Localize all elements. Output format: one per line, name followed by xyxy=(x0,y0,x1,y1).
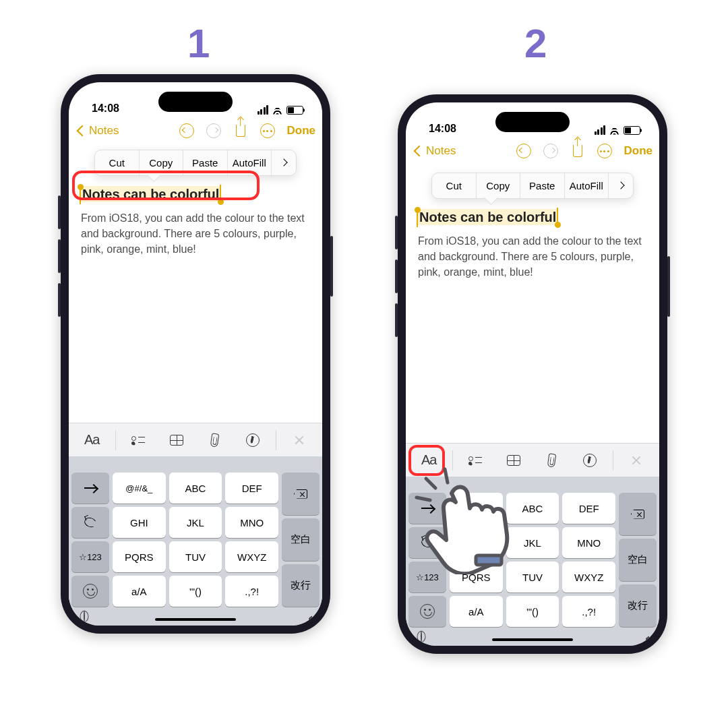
format-checklist-button[interactable] xyxy=(123,428,153,452)
key-r1c2[interactable]: ABC xyxy=(169,473,222,504)
format-text-button[interactable]: Aa xyxy=(77,428,107,452)
format-text-button[interactable]: Aa xyxy=(414,448,444,473)
note-content[interactable]: Notes can be colorful From iOS18, you ca… xyxy=(69,176,322,423)
format-attach-button[interactable] xyxy=(200,428,229,452)
menu-autofill[interactable]: AutoFill xyxy=(565,173,609,198)
key-backspace[interactable] xyxy=(282,473,320,515)
key-r3c2[interactable]: TUV xyxy=(506,562,559,593)
key-r4c1[interactable]: a/A xyxy=(113,576,166,607)
key-r1c2[interactable]: ABC xyxy=(506,493,559,524)
key-r1c3[interactable]: DEF xyxy=(225,473,278,504)
format-checklist-button[interactable] xyxy=(460,448,490,473)
key-r2c2[interactable]: JKL xyxy=(169,507,222,538)
key-return[interactable]: 改行 xyxy=(619,584,657,627)
key-r3c2[interactable]: TUV xyxy=(169,541,222,572)
nav-bar: Notes Done xyxy=(406,136,659,166)
key-backspace[interactable] xyxy=(619,493,657,535)
redo-button[interactable] xyxy=(542,142,559,160)
key-r1c1[interactable]: @#/&_ xyxy=(113,473,166,504)
markup-icon xyxy=(246,433,260,447)
key-space[interactable]: 空白 xyxy=(282,518,320,561)
menu-more[interactable] xyxy=(609,173,633,198)
done-button[interactable]: Done xyxy=(287,124,316,138)
format-markup-button[interactable] xyxy=(575,448,605,473)
format-close-button[interactable] xyxy=(621,448,651,473)
key-globe[interactable] xyxy=(84,611,85,623)
more-button[interactable] xyxy=(259,122,276,140)
menu-cut[interactable]: Cut xyxy=(432,173,477,198)
key-123[interactable]: ☆123 xyxy=(71,541,109,572)
format-table-button[interactable] xyxy=(162,428,191,452)
key-r2c1[interactable]: GHI xyxy=(113,507,166,538)
cellular-icon xyxy=(595,125,606,135)
paperclip-icon xyxy=(547,453,556,467)
key-emoji[interactable] xyxy=(71,576,109,607)
home-indicator[interactable] xyxy=(492,638,573,642)
key-r2c2[interactable]: JKL xyxy=(506,527,559,558)
key-r4c2[interactable]: '"() xyxy=(506,596,559,627)
menu-more[interactable] xyxy=(272,150,296,175)
format-close-button[interactable] xyxy=(284,428,314,452)
note-body[interactable]: From iOS18, you can add the colour to th… xyxy=(81,210,310,257)
selection-handle-end[interactable] xyxy=(218,199,224,205)
key-r4c1[interactable]: a/A xyxy=(450,596,503,627)
menu-paste[interactable]: Paste xyxy=(520,173,565,198)
dynamic-island xyxy=(495,112,570,132)
arrow-right-icon xyxy=(421,508,433,509)
emoji-icon xyxy=(83,584,98,599)
format-attach-button[interactable] xyxy=(537,448,566,473)
undo-button[interactable] xyxy=(178,122,195,140)
selection-handle-end[interactable] xyxy=(555,222,561,228)
phone-2: 14:08 Notes Done xyxy=(398,94,667,654)
key-r2c3[interactable]: MNO xyxy=(562,527,615,558)
key-r3c3[interactable]: WXYZ xyxy=(225,541,278,572)
key-return[interactable]: 改行 xyxy=(282,564,320,607)
more-button[interactable] xyxy=(596,142,613,160)
redo-button[interactable] xyxy=(205,122,222,140)
key-r4c3[interactable]: .,?! xyxy=(562,596,615,627)
key-r3c1[interactable]: PQRS xyxy=(450,562,503,593)
back-button[interactable]: Notes xyxy=(73,124,119,138)
selection-handle-start[interactable] xyxy=(78,184,84,190)
key-r2c3[interactable]: MNO xyxy=(225,507,278,538)
share-button[interactable] xyxy=(232,122,249,140)
note-title[interactable]: Notes can be colorful xyxy=(81,186,220,202)
key-123[interactable]: ☆123 xyxy=(408,562,446,593)
key-next[interactable] xyxy=(71,473,109,504)
key-next[interactable] xyxy=(408,493,446,524)
back-label: Notes xyxy=(89,124,119,138)
key-r3c3[interactable]: WXYZ xyxy=(562,562,615,593)
key-undo[interactable] xyxy=(71,507,109,538)
key-r1c1[interactable]: @#/&_ xyxy=(450,493,503,524)
undo-button[interactable] xyxy=(515,142,533,160)
key-r3c1[interactable]: PQRS xyxy=(113,541,166,572)
format-markup-button[interactable] xyxy=(238,428,268,452)
backspace-icon xyxy=(631,510,644,519)
key-space[interactable]: 空白 xyxy=(619,539,657,581)
note-content[interactable]: Notes can be colorful From iOS18, you ca… xyxy=(406,199,659,443)
menu-copy[interactable]: Copy xyxy=(477,173,521,198)
step-number-2: 2 xyxy=(524,20,547,67)
backspace-icon xyxy=(294,489,307,499)
menu-paste[interactable]: Paste xyxy=(183,150,228,175)
key-r4c2[interactable]: '"() xyxy=(169,576,222,607)
home-indicator[interactable] xyxy=(155,618,236,621)
menu-autofill[interactable]: AutoFill xyxy=(228,150,272,175)
format-table-button[interactable] xyxy=(499,448,528,473)
done-button[interactable]: Done xyxy=(624,144,653,158)
key-undo[interactable] xyxy=(408,527,446,558)
key-r2c1[interactable]: GHI xyxy=(450,527,503,558)
note-title[interactable]: Notes can be colorful xyxy=(418,209,557,225)
menu-copy[interactable]: Copy xyxy=(140,150,184,175)
menu-cut[interactable]: Cut xyxy=(95,150,140,175)
back-button[interactable]: Notes xyxy=(410,144,456,158)
selection-handle-start[interactable] xyxy=(415,207,421,213)
note-body[interactable]: From iOS18, you can add the colour to th… xyxy=(418,233,647,280)
key-emoji[interactable] xyxy=(408,596,446,627)
phone-1: 14:08 Notes Done xyxy=(61,74,330,634)
key-r1c3[interactable]: DEF xyxy=(562,493,615,524)
share-button[interactable] xyxy=(569,142,586,160)
wifi-icon xyxy=(609,126,620,135)
key-r4c3[interactable]: .,?! xyxy=(225,576,278,607)
key-globe[interactable] xyxy=(421,631,422,643)
